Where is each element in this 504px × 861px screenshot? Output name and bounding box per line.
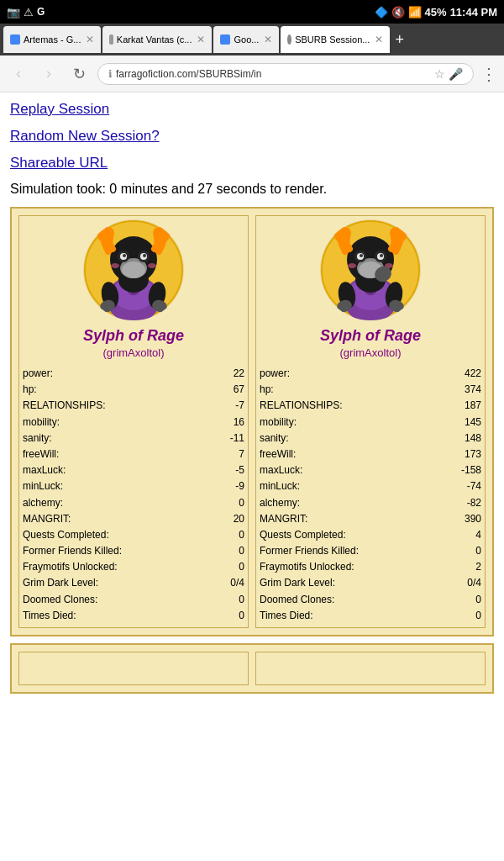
warning-icon: ⚠ [24, 6, 34, 18]
stat-value: 22 [234, 366, 244, 382]
tab-karkat[interactable]: Karkat Vantas (c... ✕ [102, 26, 212, 53]
stat-value: -82 [467, 495, 481, 511]
stat-label: power: [260, 366, 290, 382]
stat-value: -74 [467, 478, 481, 494]
card1-title: Sylph of Rage [23, 327, 244, 345]
stat-label: Times Died: [260, 608, 313, 624]
stat-label: RELATIONSHIPS: [260, 398, 342, 414]
stat-value: 0 [239, 543, 244, 559]
new-tab-button[interactable]: + [395, 31, 404, 49]
tab-bar: Artemas - G... ✕ Karkat Vantas (c... ✕ G… [0, 24, 504, 55]
address-bar: ‹ › ↻ ℹ farragofiction.com/SBURBSim/in ☆… [0, 55, 504, 92]
menu-button[interactable]: ⋮ [480, 64, 497, 84]
stat-label: MANGRIT: [260, 511, 307, 527]
tab-close-artemas[interactable]: ✕ [86, 34, 94, 45]
shareable-url-link[interactable]: Shareable URL [10, 155, 494, 172]
stat-label: sanity: [260, 430, 289, 446]
g-icon: G [37, 6, 45, 18]
stat-value: 0 [475, 608, 481, 624]
stat-row: freeWill:173 [260, 446, 481, 462]
stat-row: Grim Dark Level:0/4 [260, 575, 481, 591]
stat-label: Doomed Clones: [23, 592, 97, 608]
stat-value: 4 [475, 527, 481, 543]
tab-close-google[interactable]: ✕ [264, 34, 272, 45]
refresh-button[interactable]: ↻ [67, 65, 91, 83]
tab-label-artemas: Artemas - G... [24, 34, 81, 45]
tab-artemas[interactable]: Artemas - G... ✕ [3, 26, 101, 53]
stat-row: Times Died:0 [260, 608, 481, 624]
stat-label: alchemy: [23, 495, 63, 511]
svg-point-37 [380, 254, 383, 257]
stat-value: 16 [234, 415, 244, 430]
stat-label: maxLuck: [23, 462, 66, 478]
stat-value: 0 [239, 495, 244, 511]
stat-value: 173 [465, 446, 481, 462]
stat-row: power:422 [260, 366, 481, 382]
random-session-link[interactable]: Random New Session? [10, 128, 494, 145]
stat-label: Quests Completed: [260, 527, 346, 543]
stat-row: maxLuck:-158 [260, 462, 481, 478]
card1-stats: power:22 hp:67 RELATIONSHIPS:-7 mobility… [23, 366, 244, 624]
stat-row: hp:67 [23, 382, 244, 398]
tab-google[interactable]: Goo... ✕ [213, 26, 279, 53]
stat-row: Fraymotifs Unlocked:0 [23, 559, 244, 575]
stat-value: 0 [239, 592, 244, 608]
stat-label: power: [23, 366, 53, 382]
stat-row: Quests Completed:4 [260, 527, 481, 543]
stat-label: alchemy: [260, 495, 300, 511]
stat-label: mobility: [23, 415, 60, 430]
stat-row: alchemy:0 [23, 495, 244, 511]
stat-value: -11 [230, 430, 244, 446]
stat-row: Times Died:0 [23, 608, 244, 624]
svg-point-9 [122, 261, 145, 278]
photo-icon: 📷 [7, 6, 20, 18]
mic-icon[interactable]: 🎤 [449, 67, 463, 81]
stat-value: 374 [465, 382, 481, 398]
replay-session-link[interactable]: Replay Session [10, 101, 494, 118]
status-right-icons: 🔷 🔇 📶 45% 11:44 PM [375, 6, 497, 18]
stat-row: mobility:145 [260, 415, 481, 430]
stat-label: Grim Dark Level: [23, 575, 98, 591]
status-left-icons: 📷 ⚠ G [7, 6, 45, 18]
stat-row: mobility:16 [23, 415, 244, 430]
tab-sburb[interactable]: SBURB Session... ✕ [281, 26, 390, 53]
stat-label: freeWill: [260, 446, 296, 462]
mute-icon: 🔇 [391, 6, 405, 18]
stat-row: sanity:148 [260, 430, 481, 446]
stat-value: 0/4 [230, 575, 244, 591]
character-cards-bottom [10, 643, 494, 694]
back-button[interactable]: ‹ [7, 65, 30, 82]
tab-close-karkat[interactable]: ✕ [197, 34, 205, 45]
stat-label: sanity: [23, 430, 52, 446]
stat-label: Grim Dark Level: [260, 575, 335, 591]
stat-value: -9 [235, 478, 244, 494]
tab-favicon-sburb [287, 34, 291, 45]
stat-label: Former Friends Killed: [23, 543, 122, 559]
stat-row: Doomed Clones:0 [260, 592, 481, 608]
stat-row: maxLuck:-5 [23, 462, 244, 478]
card2-stats: power:422 hp:374 RELATIONSHIPS:187 mobil… [260, 366, 481, 624]
url-text: farragofiction.com/SBURBSim/in [116, 68, 431, 80]
stat-value: -7 [235, 398, 244, 414]
stat-value: 0 [239, 527, 244, 543]
svg-point-38 [348, 263, 356, 268]
tab-favicon-google [10, 34, 20, 45]
card2-title: Sylph of Rage [260, 327, 481, 345]
tab-label-sburb: SBURB Session... [295, 34, 370, 45]
stat-row: Doomed Clones:0 [23, 592, 244, 608]
stat-row: freeWill:7 [23, 446, 244, 462]
forward-button[interactable]: › [37, 65, 60, 82]
stat-label: Doomed Clones: [260, 592, 334, 608]
stat-value: -158 [461, 462, 481, 478]
stat-label: Times Died: [23, 608, 76, 624]
avatar-1 [83, 219, 184, 320]
character-cards-container: Sylph of Rage (grimAxoltol) power:22 hp:… [10, 207, 494, 637]
page-content: Replay Session Random New Session? Share… [0, 92, 504, 702]
wifi-icon: 📶 [408, 6, 422, 18]
url-bar[interactable]: ℹ farragofiction.com/SBURBSim/in ☆ 🎤 [97, 63, 474, 85]
stat-label: minLuck: [23, 478, 63, 494]
stat-value: 20 [234, 511, 244, 527]
tab-close-sburb[interactable]: ✕ [375, 34, 383, 45]
star-icon[interactable]: ☆ [434, 67, 445, 81]
stat-value: -5 [235, 462, 244, 478]
